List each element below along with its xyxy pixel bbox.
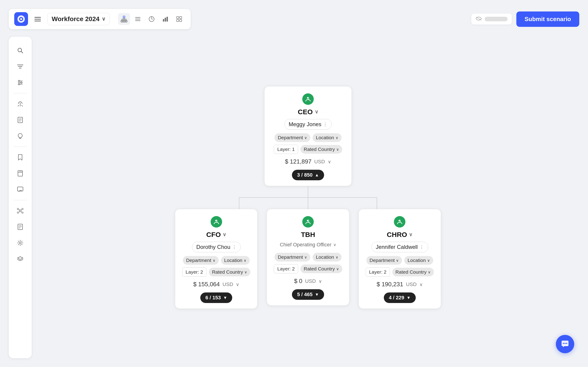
svg-rect-24 (180, 19, 182, 22)
salary-chevron-icon[interactable]: ∨ (236, 282, 239, 287)
chro-role-title[interactable]: CHRO ∨ (387, 231, 413, 239)
chro-person-badge (394, 216, 405, 227)
cfo-name-chip[interactable]: Dorothy Chou ⋮ (192, 242, 241, 252)
cfo-count-chip[interactable]: 6 / 153 ▼ (200, 292, 232, 303)
chevron-down-icon: ∨ (304, 135, 307, 140)
svg-rect-22 (180, 17, 182, 19)
toolbar-right: Submit scenario (471, 11, 579, 27)
svg-point-72 (565, 343, 566, 344)
chevron-down-icon: ∨ (336, 255, 338, 259)
svg-point-43 (19, 171, 20, 172)
svg-rect-19 (165, 18, 166, 22)
view-list-button[interactable] (132, 13, 144, 25)
rated-country-tag[interactable]: Rated Country ∨ (209, 268, 250, 276)
chevron-down-icon: ∨ (315, 109, 318, 115)
user-info (471, 14, 512, 25)
sidebar-item-bookmark[interactable] (13, 150, 27, 164)
svg-point-49 (22, 208, 23, 210)
chro-card-header: CHRO ∨ Jennifer Caldwell ⋮ (366, 216, 434, 252)
hamburger-button[interactable] (33, 15, 43, 23)
view-bar-button[interactable] (159, 13, 171, 25)
hamburger-line (35, 17, 41, 18)
sidebar-item-settings[interactable] (13, 236, 27, 250)
cfo-salary-row: $ 155,064 USD ∨ (193, 281, 239, 288)
location-tag[interactable]: Location ∨ (404, 256, 433, 265)
tbh-card: TBH Chief Operating Officer ∨ Department… (267, 209, 349, 306)
chevron-down-icon: ∨ (333, 242, 336, 247)
salary-chevron-icon[interactable]: ∨ (419, 282, 423, 287)
svg-rect-21 (177, 17, 179, 19)
chevron-down-icon: ∨ (244, 270, 247, 274)
department-tag[interactable]: Department ∨ (275, 253, 310, 261)
chro-count-chip[interactable]: 4 / 229 ▼ (384, 292, 416, 303)
sidebar-divider-3 (13, 200, 27, 200)
svg-point-51 (22, 212, 23, 213)
svg-point-35 (21, 82, 22, 83)
view-orgchart-button[interactable] (118, 13, 130, 25)
scenario-selector[interactable]: Workforce 2024 ∨ (47, 13, 110, 25)
cfo-tags-row-2: Layer: 2 Rated Country ∨ (182, 267, 250, 277)
ceo-tags-row: Department ∨ Location ∨ (275, 133, 341, 142)
chro-name-chip[interactable]: Jennifer Caldwell ⋮ (372, 242, 428, 252)
svg-rect-23 (177, 19, 179, 22)
tbh-count-chip[interactable]: 5 / 465 ▼ (292, 289, 324, 300)
chat-fab-button[interactable] (556, 335, 574, 353)
department-tag[interactable]: Department ∨ (183, 256, 219, 265)
expand-icon: ▼ (406, 295, 411, 300)
toolbar-views (118, 13, 185, 25)
cfo-role-title[interactable]: CFO ∨ (206, 231, 226, 239)
tbh-role-title[interactable]: TBH (301, 231, 315, 239)
tbh-card-header: TBH Chief Operating Officer ∨ (274, 216, 342, 249)
expand-icon: ▼ (315, 292, 319, 297)
svg-line-55 (21, 211, 22, 212)
logo-button[interactable] (14, 12, 28, 26)
sidebar-item-docs[interactable] (13, 113, 27, 127)
layer-tag: Layer: 2 (366, 267, 390, 277)
view-grid-button[interactable] (173, 13, 185, 25)
hamburger-line (35, 19, 41, 19)
salary-chevron-icon[interactable]: ∨ (319, 278, 322, 284)
more-options-icon: ⋮ (420, 244, 424, 250)
more-options-icon: ⋮ (323, 122, 327, 127)
svg-rect-4 (121, 20, 123, 22)
sidebar-item-network[interactable] (13, 204, 27, 218)
svg-point-60 (19, 242, 21, 244)
sidebar (9, 37, 32, 358)
sidebar-item-filter[interactable] (13, 60, 27, 73)
location-tag[interactable]: Location ∨ (313, 253, 341, 261)
chevron-down-icon: ∨ (244, 258, 246, 263)
sidebar-item-idea[interactable] (13, 129, 27, 143)
svg-line-54 (19, 211, 19, 212)
sidebar-item-report[interactable] (13, 220, 27, 234)
app-container: Workforce 2024 ∨ (0, 0, 588, 367)
submit-scenario-button[interactable]: Submit scenario (516, 11, 579, 27)
svg-point-47 (19, 210, 21, 212)
department-tag[interactable]: Department ∨ (366, 256, 402, 265)
svg-point-45 (21, 171, 22, 172)
ceo-name-chip[interactable]: Meggy Jones ⋮ (284, 119, 332, 130)
tbh-salary-row: $ 0 USD ∨ (294, 277, 322, 285)
ceo-role-title[interactable]: CEO ∨ (298, 108, 318, 116)
sidebar-item-share[interactable] (13, 97, 27, 111)
salary-chevron-icon[interactable]: ∨ (328, 159, 331, 165)
chevron-down-icon: ∨ (223, 232, 226, 238)
rated-country-tag[interactable]: Rated Country ∨ (300, 265, 342, 273)
sidebar-item-search[interactable] (13, 44, 27, 57)
location-tag[interactable]: Location ∨ (221, 256, 250, 265)
sidebar-item-layers[interactable] (13, 252, 27, 266)
svg-point-73 (566, 343, 567, 344)
department-tag[interactable]: Department ∨ (275, 133, 310, 142)
rated-country-tag[interactable]: Rated Country ∨ (300, 145, 342, 154)
ceo-count-chip[interactable]: 3 / 850 ▲ (292, 170, 324, 180)
rated-country-tag[interactable]: Rated Country ∨ (392, 268, 434, 276)
sidebar-item-chat[interactable] (13, 183, 27, 196)
sidebar-item-file[interactable] (13, 167, 27, 180)
svg-point-71 (563, 343, 564, 344)
svg-line-27 (21, 51, 23, 53)
cfo-tags-row-1: Department ∨ Location ∨ (183, 256, 250, 265)
tree-connector (205, 186, 411, 209)
view-timeline-button[interactable] (146, 13, 157, 25)
chevron-down-icon: ∨ (213, 258, 216, 263)
location-tag[interactable]: Location ∨ (313, 133, 341, 142)
sidebar-item-adjustments[interactable] (13, 76, 27, 90)
